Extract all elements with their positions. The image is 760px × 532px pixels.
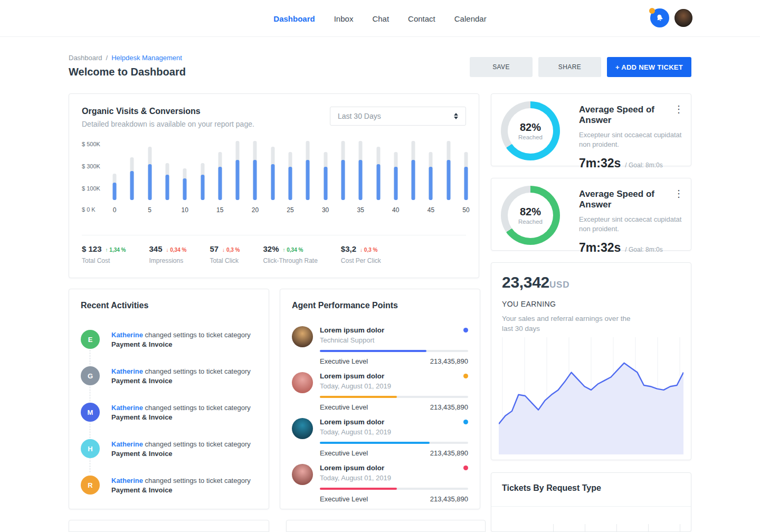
bar-fill: [341, 160, 345, 200]
stat-click-through-rate: 32%↑ 0,34 %Click-Through Rate: [263, 244, 317, 264]
y-tick-500k: $ 500K: [82, 141, 100, 147]
earnings-area-chart: [499, 337, 683, 454]
activity-user-link[interactable]: Katherine: [111, 477, 143, 484]
activity-item: RKatherine changed settings to ticket ca…: [81, 476, 257, 495]
activity-line: Katherine changed settings to ticket cat…: [111, 330, 251, 339]
gauge-caption: Reached: [518, 134, 543, 140]
agent-status-dot: [463, 466, 468, 470]
speed-of-answer-card-2: 82% Reached ⋮ Average Speed of Answer Ex…: [491, 178, 691, 251]
nav-item-dashboard[interactable]: Dashboard: [273, 14, 315, 23]
nav-item-chat[interactable]: Chat: [372, 14, 389, 23]
notification-bell-button[interactable]: [650, 8, 669, 27]
stat-value-row: $3,2↓ 0,3 %: [341, 244, 381, 253]
x-tick-label: 5: [148, 206, 151, 214]
activity-avatar-e: E: [81, 330, 100, 349]
header-buttons: SAVE SHARE + ADD NEW TICKET: [470, 57, 691, 77]
agent-list: Lorem ipsum dolorTechnical SupportExecut…: [292, 326, 468, 503]
bar-track: [306, 141, 310, 200]
kebab-menu-icon[interactable]: ⋮: [674, 106, 683, 113]
bar-fill: [271, 164, 274, 200]
activity-line: Katherine changed settings to ticket cat…: [111, 476, 251, 485]
kebab-menu-icon[interactable]: ⋮: [674, 190, 683, 197]
organic-stats-row: $ 123↑ 1,34 %Total Cost345↓ 0,34 %Impres…: [82, 235, 466, 264]
activity-avatar-g: G: [81, 366, 100, 385]
bar-fill: [324, 167, 327, 200]
stat-label: Cost Per Click: [341, 257, 381, 264]
activity-avatar-m: M: [81, 403, 100, 422]
bar-track: [218, 152, 222, 200]
share-button[interactable]: SHARE: [538, 57, 601, 77]
activity-text: Katherine changed settings to ticket cat…: [111, 330, 251, 349]
x-tick-label: 50: [462, 206, 469, 214]
speed-card-desc: Excepteur sint occaecat cupidatat non pr…: [579, 215, 682, 234]
bar-fill: [394, 167, 397, 200]
breadcrumb: Dashboard/Helpdesk Management: [69, 54, 182, 62]
agent-name-row: Lorem ipsum dolor: [320, 372, 468, 380]
agent-points: 213,435,890: [430, 495, 468, 503]
agent-level: Executive Level: [320, 403, 368, 411]
activity-text: Katherine changed settings to ticket cat…: [111, 476, 251, 495]
gauge-percent: 82%: [520, 121, 541, 134]
agent-item: Lorem ipsum dolorToday, August 01, 2019E…: [292, 418, 468, 457]
stat-value-row: 345↓ 0,34 %: [149, 244, 186, 253]
add-new-ticket-button[interactable]: + ADD NEW TICKET: [607, 57, 691, 77]
earnings-description: Your sales and referral earnings over th…: [502, 314, 634, 334]
nav-item-inbox[interactable]: Inbox: [334, 14, 354, 23]
bar-fill: [412, 160, 415, 200]
gauge-percent: 82%: [520, 206, 541, 218]
bar-track: [412, 141, 415, 200]
x-tick-label: 0: [113, 206, 117, 214]
agent-progress-track: [320, 488, 468, 490]
earnings-card: 23,342 USD YOU EARNING Your sales and re…: [491, 262, 691, 460]
breadcrumb-root[interactable]: Dashboard: [69, 54, 102, 62]
organic-card-title: Organic Visits & Conversions: [82, 107, 254, 116]
agent-footer: Executive Level213,435,890: [320, 357, 468, 365]
breadcrumb-current[interactable]: Helpdesk Management: [111, 54, 182, 62]
stat-value: 32%: [263, 244, 279, 253]
bar-track: [376, 147, 380, 200]
nav-links: DashboardInboxChatContactCalendar: [273, 0, 486, 37]
activity-user-link[interactable]: Katherine: [111, 331, 143, 339]
y-tick-0k: $ 0 K: [82, 206, 96, 213]
date-range-select[interactable]: Last 30 Days: [330, 107, 466, 126]
bar-fill: [201, 175, 204, 200]
activity-user-link[interactable]: Katherine: [111, 440, 143, 448]
agent-progress-track: [320, 396, 468, 398]
agent-progress-track: [320, 442, 468, 444]
agent-meta: Today, August 01, 2019: [320, 382, 468, 390]
speed-card-title: Average Speed of Answer: [579, 104, 682, 126]
bar-track: [429, 152, 433, 200]
activity-list: EKatherine changed settings to ticket ca…: [81, 330, 257, 495]
stat-total-cost: $ 123↑ 1,34 %Total Cost: [82, 244, 126, 264]
grid-tick: [648, 524, 649, 531]
activity-user-link[interactable]: Katherine: [111, 367, 143, 375]
speed-card-desc: Excepteur sint occaecat cupidatat non pr…: [579, 130, 682, 149]
bar-fill: [130, 171, 134, 200]
bar-track: [183, 168, 187, 200]
activity-target: Payment & Invoice: [111, 340, 251, 349]
agent-avatar-photo: [292, 418, 313, 439]
agent-level: Executive Level: [320, 449, 368, 457]
bar-track: [341, 141, 345, 200]
bar-fill: [148, 164, 151, 200]
agent-points: 213,435,890: [430, 449, 468, 457]
bar-fill: [289, 167, 292, 200]
activity-target: Payment & Invoice: [111, 449, 251, 458]
grid-tick: [585, 524, 585, 531]
user-avatar[interactable]: [674, 9, 692, 27]
x-tick-label: 30: [322, 206, 329, 214]
agent-name: Lorem ipsum dolor: [320, 372, 463, 380]
stat-delta-down: ↓ 0,34 %: [166, 247, 187, 253]
nav-item-contact[interactable]: Contact: [408, 14, 435, 23]
stat-value-row: 57↓ 0,3 %: [210, 244, 240, 253]
activity-item: EKatherine changed settings to ticket ca…: [81, 330, 257, 349]
activity-line: Katherine changed settings to ticket cat…: [111, 403, 251, 412]
nav-item-calendar[interactable]: Calendar: [454, 14, 487, 23]
agent-status-dot: [463, 374, 468, 378]
tickets-card-title: Tickets By Request Type: [502, 483, 680, 493]
activity-user-link[interactable]: Katherine: [111, 404, 143, 412]
save-button[interactable]: SAVE: [470, 57, 533, 77]
stat-delta-up: ↑ 0,34 %: [283, 247, 303, 253]
updown-arrows-icon: [454, 113, 458, 119]
bar-track: [148, 147, 151, 200]
